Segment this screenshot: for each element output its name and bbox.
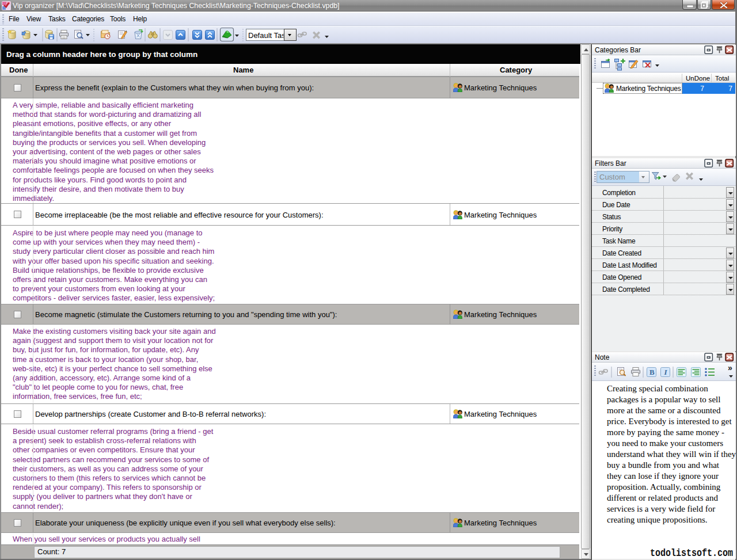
svg-text:I: I: [664, 368, 668, 376]
svg-text:»: »: [728, 363, 732, 372]
svg-text:B: B: [649, 368, 655, 376]
